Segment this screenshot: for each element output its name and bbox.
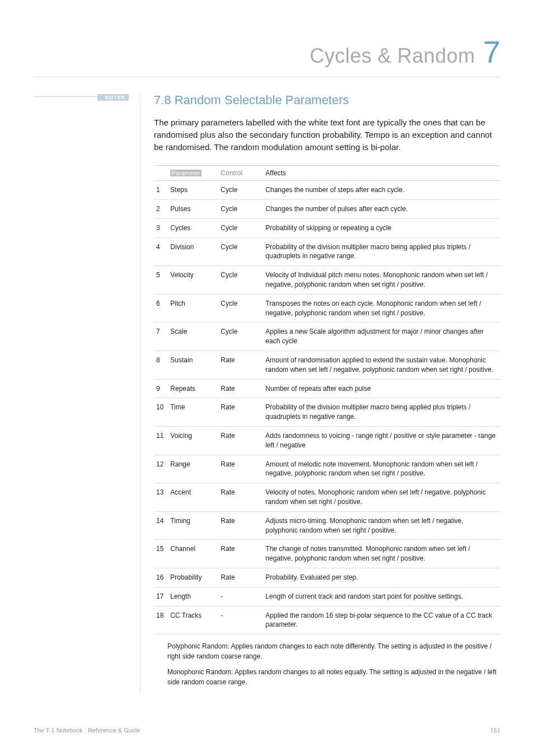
- cell-control: Rate: [218, 511, 263, 540]
- intro-paragraph: The primary parameters labelled with the…: [154, 116, 500, 153]
- cell-parameter: Channel: [168, 540, 218, 568]
- cell-control: Rate: [218, 540, 263, 568]
- cell-num: 1: [154, 181, 168, 200]
- cell-control: Cycle: [218, 266, 263, 295]
- cell-parameter: Accent: [168, 483, 218, 512]
- cell-control: Rate: [218, 351, 263, 380]
- cell-num: 5: [154, 266, 168, 295]
- cell-num: 14: [154, 511, 168, 540]
- notes-label: NOTES: [97, 94, 129, 101]
- cell-parameter: Voicing: [168, 427, 218, 455]
- legend-polyphonic: Polyphonic Random: Applies random change…: [167, 641, 500, 661]
- cell-affects: Applies a new Scale algorithm adjustment…: [263, 323, 500, 351]
- cell-parameter: Time: [168, 398, 218, 427]
- cell-num: 3: [154, 218, 168, 237]
- cell-num: 18: [154, 606, 168, 634]
- table-row: 12RangeRateAmount of melodic note moveme…: [154, 455, 500, 483]
- col-control: Control: [218, 166, 263, 181]
- section-heading-text: Random Selectable Parameters: [175, 93, 349, 107]
- table-row: 18CC Tracks-Applied the random 16 step b…: [154, 606, 500, 634]
- cell-parameter: Pulses: [168, 200, 218, 219]
- col-parameter-label: Parameter: [170, 170, 201, 176]
- table-row: 2PulsesCycleChanges the number of pulses…: [154, 200, 500, 219]
- cell-num: 4: [154, 237, 168, 266]
- footer-right: 151: [490, 727, 500, 734]
- cell-affects: The change of notes transmitted. Monopho…: [263, 540, 500, 568]
- cell-affects: Amount of randomisation applied to exten…: [263, 351, 500, 380]
- cell-control: Cycle: [218, 323, 263, 351]
- cell-num: 6: [154, 294, 168, 323]
- table-row: 4DivisionCycleProbability of the divisio…: [154, 237, 500, 266]
- table-row: 14TimingRateAdjusts micro-timing. Monoph…: [154, 511, 500, 540]
- cell-affects: Velocity of notes. Monophonic random whe…: [263, 483, 500, 512]
- cell-affects: Probability. Evaluated per step.: [263, 568, 500, 587]
- section-heading-prefix: 7.8: [154, 93, 171, 107]
- cell-control: -: [218, 606, 263, 634]
- content-wrap: NOTES 7.8 Random Selectable Parameters T…: [34, 93, 500, 693]
- cell-parameter: Scale: [168, 323, 218, 351]
- table-row: 13AccentRateVelocity of notes. Monophoni…: [154, 483, 500, 512]
- cell-affects: Probability of the division multiplier m…: [263, 398, 500, 427]
- table-row: 9RepeatsRateNumber of repeats after each…: [154, 379, 500, 398]
- cell-num: 10: [154, 398, 168, 427]
- section-heading: 7.8 Random Selectable Parameters: [154, 93, 500, 108]
- cell-control: Cycle: [218, 294, 263, 323]
- cell-num: 16: [154, 568, 168, 587]
- cell-parameter: Probability: [168, 568, 218, 587]
- left-sidebar: NOTES: [34, 93, 129, 693]
- cell-num: 15: [154, 540, 168, 568]
- cell-num: 11: [154, 427, 168, 455]
- table-row: 17Length-Length of current track and ran…: [154, 587, 500, 606]
- cell-num: 17: [154, 587, 168, 606]
- cell-control: Cycle: [218, 181, 263, 200]
- table-row: 7ScaleCycleApplies a new Scale algorithm…: [154, 323, 500, 351]
- table-row: 8SustainRateAmount of randomisation appl…: [154, 351, 500, 380]
- cell-control: Cycle: [218, 200, 263, 219]
- notes-stub-line: [34, 96, 97, 97]
- cell-affects: Applied the random 16 step bi-polar sequ…: [263, 606, 500, 634]
- cell-parameter: CC Tracks: [168, 606, 218, 634]
- cell-affects: Changes the number of steps after each c…: [263, 181, 500, 200]
- col-parameter: Parameter: [168, 166, 218, 181]
- cell-parameter: Repeats: [168, 379, 218, 398]
- cell-affects: Probability of the division multiplier m…: [263, 237, 500, 266]
- cell-num: 12: [154, 455, 168, 483]
- cell-control: Rate: [218, 483, 263, 512]
- cell-control: -: [218, 587, 263, 606]
- table-row: 11VoicingRateAdds randomness to voicing …: [154, 427, 500, 455]
- col-affects: Affects: [263, 166, 500, 181]
- cell-affects: Length of current track and random start…: [263, 587, 500, 606]
- header-title-group: Cycles & Random 7: [310, 34, 500, 70]
- page-header: Cycles & Random 7: [34, 34, 500, 77]
- footer-left: The T-1 Notebook : Reference & Guide: [34, 727, 140, 734]
- cell-num: 2: [154, 200, 168, 219]
- cell-num: 9: [154, 379, 168, 398]
- table-row: 3CyclesCycleProbability of skipping or r…: [154, 218, 500, 237]
- cell-num: 8: [154, 351, 168, 380]
- table-row: 15ChannelRateThe change of notes transmi…: [154, 540, 500, 568]
- page-footer: The T-1 Notebook : Reference & Guide 151: [34, 727, 500, 734]
- cell-affects: Number of repeats after each pulse: [263, 379, 500, 398]
- cell-control: Cycle: [218, 237, 263, 266]
- chapter-title: Cycles & Random: [310, 44, 475, 68]
- cell-parameter: Length: [168, 587, 218, 606]
- table-row: 10TimeRateProbability of the division mu…: [154, 398, 500, 427]
- cell-affects: Adds randomness to voicing - range right…: [263, 427, 500, 455]
- cell-parameter: Pitch: [168, 294, 218, 323]
- cell-control: Rate: [218, 427, 263, 455]
- cell-control: Rate: [218, 568, 263, 587]
- legend-block: Polyphonic Random: Applies random change…: [154, 641, 500, 687]
- cell-parameter: Timing: [168, 511, 218, 540]
- table-row: 5VelocityCycleVelocity of Individual pit…: [154, 266, 500, 295]
- legend-monophonic: Monophonic Random: Applies random change…: [167, 667, 500, 687]
- main-column: 7.8 Random Selectable Parameters The pri…: [140, 93, 500, 693]
- cell-parameter: Cycles: [168, 218, 218, 237]
- cell-control: Rate: [218, 379, 263, 398]
- chapter-number: 7: [483, 34, 500, 70]
- table-row: 6PitchCycleTransposes the notes on each …: [154, 294, 500, 323]
- cell-control: Cycle: [218, 218, 263, 237]
- cell-parameter: Sustain: [168, 351, 218, 380]
- col-num: [154, 166, 168, 181]
- cell-num: 7: [154, 323, 168, 351]
- cell-affects: Transposes the notes on each cycle. Mono…: [263, 294, 500, 323]
